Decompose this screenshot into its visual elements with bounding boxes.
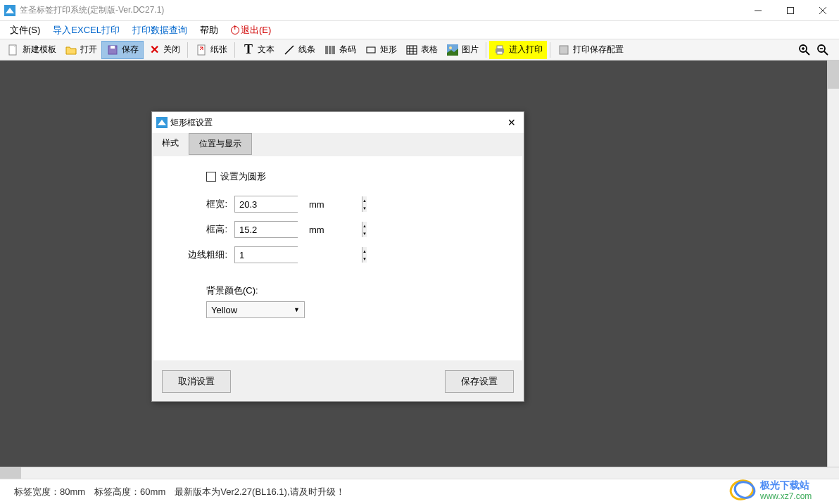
print-button[interactable]: 进入打印	[489, 41, 547, 59]
status-text: 标签宽度：80mm 标签高度：60mm 最新版本为Ver2.27(BL16.1)…	[14, 486, 345, 498]
bg-color-label: 背景颜色(C):	[206, 284, 494, 297]
height-unit: mm	[309, 225, 324, 235]
chevron-down-icon: ▼	[294, 306, 300, 313]
zoom-in-button[interactable]	[797, 42, 812, 58]
spin-down[interactable]: ▼	[362, 255, 367, 263]
dialog-tabs: 样式 位置与显示	[152, 133, 524, 155]
spin-up[interactable]: ▲	[362, 222, 367, 229]
menubar: 文件(S) 导入EXCEL打印 打印数据查询 帮助 退出(E)	[0, 21, 839, 39]
width-spinner[interactable]: ▲▼	[234, 196, 298, 213]
zoom-controls	[797, 42, 836, 58]
dialog-title: 矩形框设置	[170, 117, 504, 129]
save-icon	[106, 44, 119, 56]
svg-rect-16	[367, 47, 375, 53]
save-settings-button[interactable]: 保存设置	[445, 370, 514, 393]
window-controls	[742, 0, 839, 21]
height-spinner[interactable]: ▲▼	[234, 221, 298, 238]
zoom-out-button[interactable]	[815, 42, 831, 58]
line-button[interactable]: 线条	[279, 41, 320, 59]
maximize-button[interactable]	[774, 0, 807, 21]
dialog-footer: 取消设置 保存设置	[152, 362, 524, 401]
open-button[interactable]: 打开	[61, 41, 101, 59]
menu-help[interactable]: 帮助	[200, 24, 218, 37]
svg-rect-7	[111, 46, 115, 49]
menu-query[interactable]: 打印数据查询	[132, 24, 187, 37]
rect-settings-dialog: 矩形框设置 ✕ 样式 位置与显示 设置为圆形 框宽: ▲▼ mm 框高: ▲▼ …	[151, 111, 524, 402]
svg-text:www.xz7.com: www.xz7.com	[759, 491, 812, 501]
height-row: 框高: ▲▼ mm	[182, 221, 494, 238]
border-spinner[interactable]: ▲▼	[234, 246, 298, 263]
svg-line-9	[285, 46, 294, 54]
svg-text:极光下载站: 极光下载站	[759, 479, 809, 491]
circle-checkbox[interactable]	[206, 172, 216, 182]
printer-icon	[493, 44, 506, 56]
dialog-titlebar[interactable]: 矩形框设置 ✕	[152, 112, 524, 133]
separator	[234, 42, 235, 58]
folder-icon	[65, 44, 77, 56]
save-config-button[interactable]: 打印保存配置	[553, 41, 628, 59]
close-file-button[interactable]: ✕关闭	[144, 41, 184, 59]
separator	[486, 42, 486, 58]
spin-down[interactable]: ▼	[362, 229, 367, 237]
tab-style[interactable]: 样式	[152, 133, 189, 155]
horizontal-scrollbar[interactable]	[0, 467, 839, 479]
separator	[187, 42, 188, 58]
circle-checkbox-label: 设置为圆形	[220, 170, 266, 183]
spin-up[interactable]: ▲	[362, 196, 367, 204]
menu-excel[interactable]: 导入EXCEL打印	[53, 24, 120, 37]
new-template-button[interactable]: 新建模板	[3, 41, 61, 59]
titlebar: 笠圣标签打印系统(定制版-Ver.DC27.1)	[0, 0, 839, 21]
svg-rect-8	[198, 45, 205, 55]
rect-icon	[365, 44, 377, 56]
app-icon	[4, 5, 15, 16]
watermark-logo: 极光下载站 www.xz7.com	[726, 477, 839, 503]
height-label: 框高:	[182, 223, 227, 236]
svg-rect-26	[497, 51, 503, 54]
text-button[interactable]: T文本	[238, 41, 279, 59]
text-icon: T	[242, 44, 255, 56]
spin-down[interactable]: ▼	[362, 204, 367, 212]
dialog-body: 设置为圆形 框宽: ▲▼ mm 框高: ▲▼ mm 边线粗细: ▲▼ 背景颜	[153, 156, 522, 360]
vertical-scrollbar[interactable]	[827, 61, 839, 467]
svg-line-29	[806, 51, 809, 55]
width-unit: mm	[309, 199, 324, 210]
svg-rect-27	[560, 46, 568, 54]
table-button[interactable]: 表格	[401, 41, 442, 59]
dialog-icon	[156, 117, 168, 128]
svg-rect-17	[407, 46, 417, 54]
menu-exit[interactable]: 退出(E)	[231, 24, 271, 37]
height-input[interactable]	[235, 222, 362, 237]
border-input[interactable]	[235, 247, 362, 263]
x-icon: ✕	[148, 44, 160, 56]
paper-button[interactable]: 纸张	[191, 41, 232, 59]
image-icon	[446, 44, 459, 56]
circle-checkbox-row: 设置为圆形	[206, 170, 494, 183]
tab-position[interactable]: 位置与显示	[189, 133, 252, 155]
width-row: 框宽: ▲▼ mm	[182, 196, 494, 213]
barcode-button[interactable]: 条码	[320, 41, 360, 59]
paper-icon	[195, 44, 208, 56]
statusbar: 标签宽度：80mm 标签高度：60mm 最新版本为Ver2.27(BL16.1)…	[0, 479, 839, 504]
border-label: 边线粗细:	[182, 248, 227, 261]
separator	[550, 42, 550, 58]
bg-color-combo[interactable]: Yellow ▼	[206, 301, 305, 318]
barcode-icon	[324, 44, 336, 56]
window-title: 笠圣标签打印系统(定制版-Ver.DC27.1)	[20, 4, 742, 16]
image-button[interactable]: 图片	[442, 41, 483, 59]
svg-line-33	[824, 51, 828, 55]
spin-up[interactable]: ▲	[362, 247, 367, 255]
scrollbar-thumb[interactable]	[0, 467, 21, 479]
width-label: 框宽:	[182, 198, 227, 210]
minimize-button[interactable]	[742, 0, 774, 21]
save-button[interactable]: 保存	[101, 41, 144, 59]
menu-file[interactable]: 文件(S)	[10, 24, 40, 37]
svg-rect-2	[788, 7, 794, 13]
svg-point-23	[449, 46, 452, 49]
toolbar: 新建模板 打开 保存 ✕关闭 纸张 T文本 线条 条码 矩形 表格 图片 进入打…	[0, 39, 839, 61]
width-input[interactable]	[235, 196, 362, 212]
rect-button[interactable]: 矩形	[360, 41, 401, 59]
close-button[interactable]	[807, 0, 839, 21]
cancel-button[interactable]: 取消设置	[162, 370, 231, 393]
scrollbar-thumb[interactable]	[828, 61, 839, 89]
dialog-close-button[interactable]: ✕	[504, 115, 519, 130]
